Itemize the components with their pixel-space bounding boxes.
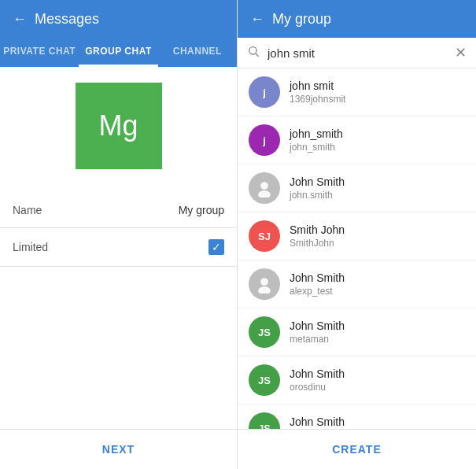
left-back-button[interactable]: ← xyxy=(13,11,27,28)
left-title: Messages xyxy=(35,11,99,28)
contact-sub: metaman xyxy=(290,334,345,345)
contact-name: John Smith xyxy=(290,415,353,428)
search-icon xyxy=(247,45,260,61)
svg-point-4 xyxy=(260,278,268,286)
tab-channel[interactable]: CHANNEL xyxy=(158,38,237,67)
contact-name: john_smith xyxy=(290,127,343,140)
next-button[interactable]: NEXT xyxy=(102,443,135,456)
right-panel: ← My group ✕ j john smit 1369johnsmit j xyxy=(238,0,476,469)
contact-item[interactable]: John Smith john.smith xyxy=(238,164,476,212)
contact-info: john_smith john_smith xyxy=(290,127,343,153)
contact-name: John Smith xyxy=(290,175,345,188)
contact-item[interactable]: j john smit 1369johnsmit xyxy=(238,68,476,116)
contact-avatar: JS xyxy=(249,316,280,348)
left-panel: ← Messages PRIVATE CHAT GROUP CHAT CHANN… xyxy=(0,0,238,469)
contact-name: john smit xyxy=(290,79,345,92)
tab-group-chat[interactable]: GROUP CHAT xyxy=(79,38,157,67)
check-icon: ✓ xyxy=(212,242,221,253)
contact-sub: orosdinu xyxy=(290,382,345,393)
contact-sub: SmithJohn xyxy=(290,238,345,249)
svg-point-0 xyxy=(249,47,256,54)
right-back-button[interactable]: ← xyxy=(250,11,264,28)
contact-item[interactable]: John Smith alexp_test xyxy=(238,260,476,308)
right-title: My group xyxy=(272,11,331,28)
contact-name: Smith John xyxy=(290,223,345,236)
contact-info: John Smith orosdinu xyxy=(290,367,345,393)
name-label: Name xyxy=(13,204,179,216)
name-row: Name My group xyxy=(0,193,237,228)
contact-sub: alexp_test xyxy=(290,286,345,297)
contact-info: Smith John SmithJohn xyxy=(290,223,345,249)
svg-point-5 xyxy=(258,286,271,294)
svg-point-3 xyxy=(258,190,271,198)
search-input[interactable] xyxy=(268,46,455,60)
contact-info: John Smith alexp_test xyxy=(290,271,345,297)
svg-line-1 xyxy=(256,54,259,57)
search-bar: ✕ xyxy=(238,38,476,68)
contact-item[interactable]: j john_smith john_smith xyxy=(238,116,476,164)
right-header: ← My group xyxy=(238,0,476,38)
limited-checkbox[interactable]: ✓ xyxy=(208,239,224,255)
contact-avatar: JS xyxy=(249,364,280,396)
contact-name: John Smith xyxy=(290,367,345,380)
tab-private-chat[interactable]: PRIVATE CHAT xyxy=(0,38,79,67)
contact-avatar: j xyxy=(249,124,280,156)
left-content: Mg Name My group Limited ✓ xyxy=(0,67,237,429)
contact-name: John Smith xyxy=(290,319,345,332)
contact-item[interactable]: JS John Smith orosdinu xyxy=(238,356,476,404)
contact-name: John Smith xyxy=(290,271,345,284)
name-value: My group xyxy=(179,204,224,216)
limited-label: Limited xyxy=(13,241,208,253)
group-avatar-text: Mg xyxy=(98,109,138,142)
search-clear-button[interactable]: ✕ xyxy=(455,44,467,61)
contact-avatar xyxy=(249,268,280,300)
contact-list: j john smit 1369johnsmit j john_smith jo… xyxy=(238,68,476,429)
contact-avatar xyxy=(249,172,280,204)
svg-point-2 xyxy=(260,182,268,190)
contact-avatar: j xyxy=(249,76,280,108)
create-button[interactable]: CREATE xyxy=(332,443,382,456)
contact-info: John Smith metaman xyxy=(290,319,345,345)
left-footer: NEXT xyxy=(0,429,237,469)
contact-info: John Smith testloginmqtest xyxy=(290,415,353,429)
contact-item[interactable]: JS John Smith testloginmqtest xyxy=(238,404,476,429)
contact-item[interactable]: SJ Smith John SmithJohn xyxy=(238,212,476,260)
limited-row: Limited ✓ xyxy=(0,228,237,267)
contact-sub: 1369johnsmit xyxy=(290,94,345,105)
contact-sub: john.smith xyxy=(290,190,345,201)
left-header: ← Messages xyxy=(0,0,237,38)
contact-avatar: JS xyxy=(249,412,280,429)
contact-avatar: SJ xyxy=(249,220,280,252)
right-footer: CREATE xyxy=(238,429,476,469)
tabs: PRIVATE CHAT GROUP CHAT CHANNEL xyxy=(0,38,237,67)
contact-item[interactable]: JS John Smith metaman xyxy=(238,308,476,356)
contact-sub: john_smith xyxy=(290,142,343,153)
group-avatar: Mg xyxy=(76,83,162,169)
contact-info: John Smith john.smith xyxy=(290,175,345,201)
contact-info: john smit 1369johnsmit xyxy=(290,79,345,105)
